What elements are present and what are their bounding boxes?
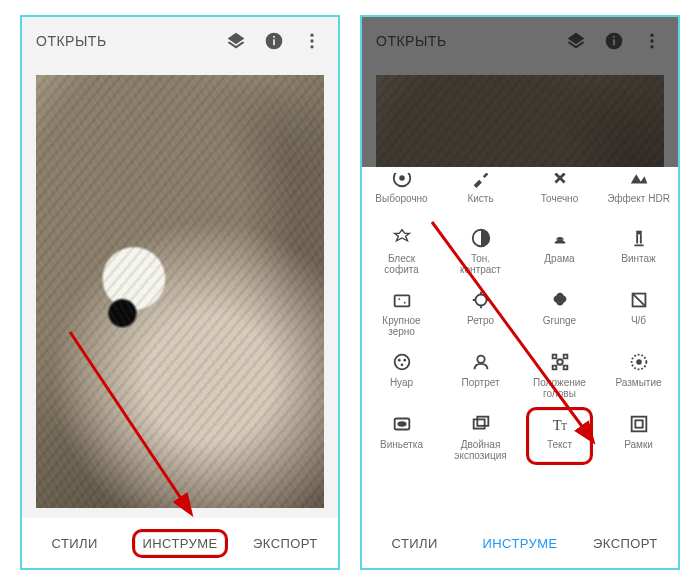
svg-point-31 — [397, 421, 406, 427]
screen-tools-open: ОТКРЫТЬ ВыборочноКистьТочечноЭффект HDRБ… — [360, 15, 680, 570]
tool-retro[interactable]: Ретро — [441, 281, 520, 343]
svg-rect-37 — [635, 420, 642, 427]
more-vert-icon[interactable] — [300, 29, 324, 53]
svg-point-20 — [475, 295, 486, 306]
vignette-icon — [391, 413, 413, 435]
tool-label: Точечно — [541, 193, 578, 213]
svg-point-3 — [310, 34, 313, 37]
layers-icon[interactable] — [224, 29, 248, 53]
tool-vintage[interactable]: Винтаж — [599, 219, 678, 281]
svg-text:T: T — [560, 421, 566, 432]
svg-point-5 — [310, 45, 313, 48]
tool-blur[interactable]: Размытие — [599, 343, 678, 405]
highlight-ring: ИНСТРУМЕ — [132, 529, 229, 558]
photo-content — [36, 75, 324, 508]
svg-rect-32 — [473, 419, 484, 428]
tool-grunge[interactable]: Grunge — [520, 281, 599, 343]
tool-label: Портрет — [461, 377, 499, 397]
double-icon — [470, 413, 492, 435]
bottom-tabs: СТИЛИ ИНСТРУМЕ ЭКСПОРТ — [22, 518, 338, 568]
tool-brush[interactable]: Кисть — [441, 173, 520, 219]
vintage-icon — [628, 227, 650, 249]
tool-label: Рамки — [624, 439, 653, 459]
svg-point-13 — [399, 175, 405, 181]
svg-rect-1 — [273, 39, 275, 45]
noir-icon — [391, 351, 413, 373]
tool-hdr[interactable]: Эффект HDR — [599, 173, 678, 219]
svg-point-29 — [636, 359, 642, 365]
tool-label: Виньетка — [380, 439, 423, 459]
svg-point-22 — [394, 355, 409, 370]
svg-rect-17 — [394, 295, 409, 306]
tool-label: Кисть — [467, 193, 493, 213]
tool-glamour[interactable]: Блесксофита — [362, 219, 441, 281]
tab-export[interactable]: ЭКСПОРТ — [573, 518, 678, 568]
frames-icon — [628, 413, 650, 435]
tool-label: Драма — [544, 253, 574, 273]
grunge-icon — [549, 289, 571, 311]
tool-label: Положениеголовы — [533, 377, 586, 399]
tool-tonal[interactable]: Тон.контраст — [441, 219, 520, 281]
tool-label: Выборочно — [375, 193, 427, 213]
tool-frames[interactable]: Рамки — [599, 405, 678, 467]
tool-label: Текст — [547, 439, 572, 459]
tool-label: Grunge — [543, 315, 576, 335]
tool-drama[interactable]: Драма — [520, 219, 599, 281]
screen-main: ОТКРЫТЬ СТИЛИ ИНСТРУМЕ ЭКСПОРТ — [20, 15, 340, 570]
tool-noir[interactable]: Нуар — [362, 343, 441, 405]
tool-label: Размытие — [615, 377, 661, 397]
info-icon[interactable] — [262, 29, 286, 53]
top-toolbar: ОТКРЫТЬ — [22, 17, 338, 65]
svg-point-26 — [477, 356, 484, 363]
tab-styles[interactable]: СТИЛИ — [22, 518, 127, 568]
tab-tools-label: ИНСТРУМЕ — [143, 536, 218, 551]
image-canvas[interactable] — [36, 75, 324, 508]
tool-bw[interactable]: Ч/б — [599, 281, 678, 343]
svg-point-24 — [403, 359, 406, 362]
tool-label: Двойнаяэкспозиция — [454, 439, 506, 461]
portrait-icon — [470, 351, 492, 373]
svg-point-25 — [400, 363, 403, 366]
tool-healing[interactable]: Точечно — [520, 173, 599, 219]
tool-label: Нуар — [390, 377, 413, 397]
retro-icon — [470, 289, 492, 311]
healing-icon — [549, 173, 571, 189]
tool-portrait[interactable]: Портрет — [441, 343, 520, 405]
tool-label: Блесксофита — [384, 253, 419, 275]
tool-double[interactable]: Двойнаяэкспозиция — [441, 405, 520, 467]
tool-label: Ч/б — [631, 315, 646, 335]
tool-label: Эффект HDR — [607, 193, 670, 213]
svg-point-23 — [397, 359, 400, 362]
tools-grid: ВыборочноКистьТочечноЭффект HDRБлесксофи… — [362, 173, 678, 467]
drama-icon — [549, 227, 571, 249]
tool-selective[interactable]: Выборочно — [362, 173, 441, 219]
svg-point-27 — [557, 359, 563, 365]
open-button[interactable]: ОТКРЫТЬ — [36, 33, 107, 49]
svg-rect-2 — [273, 36, 275, 38]
text-icon: TT — [549, 413, 571, 435]
tools-panel: ВыборочноКистьТочечноЭффект HDRБлесксофи… — [362, 167, 678, 518]
tool-grainy[interactable]: Крупноезерно — [362, 281, 441, 343]
svg-point-4 — [310, 39, 313, 42]
glamour-icon — [391, 227, 413, 249]
tab-styles[interactable]: СТИЛИ — [362, 518, 467, 568]
headpose-icon — [549, 351, 571, 373]
tab-export[interactable]: ЭКСПОРТ — [233, 518, 338, 568]
tab-tools[interactable]: ИНСТРУМЕ — [467, 518, 572, 568]
grainy-icon — [391, 289, 413, 311]
bw-icon — [628, 289, 650, 311]
bottom-tabs: СТИЛИ ИНСТРУМЕ ЭКСПОРТ — [362, 518, 678, 568]
blur-icon — [628, 351, 650, 373]
tab-tools[interactable]: ИНСТРУМЕ — [127, 518, 232, 568]
hdr-icon — [628, 173, 650, 189]
selective-icon — [391, 173, 413, 189]
svg-point-18 — [398, 298, 400, 300]
tool-label: Ретро — [467, 315, 494, 335]
svg-point-19 — [403, 302, 405, 304]
svg-rect-16 — [636, 231, 642, 235]
tonal-icon — [470, 227, 492, 249]
tool-text[interactable]: TTТекст — [520, 405, 599, 467]
tool-vignette[interactable]: Виньетка — [362, 405, 441, 467]
tool-headpose[interactable]: Положениеголовы — [520, 343, 599, 405]
svg-rect-36 — [631, 417, 646, 432]
